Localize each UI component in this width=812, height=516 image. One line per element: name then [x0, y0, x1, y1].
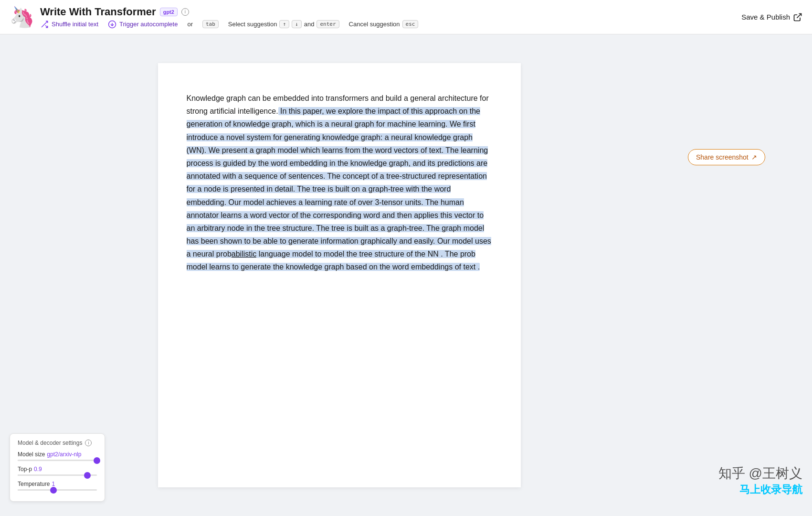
trigger-autocomplete-button[interactable]: Trigger autocomplete — [108, 20, 178, 29]
model-size-value: gpt2/arxiv-nlp — [47, 451, 81, 458]
settings-info-icon[interactable]: i — [85, 440, 92, 446]
external-link-icon: ↗ — [751, 153, 757, 161]
top-p-slider[interactable] — [18, 474, 97, 476]
shuffle-icon — [40, 20, 49, 29]
download-circle-icon — [108, 20, 116, 29]
enter-key: enter — [316, 20, 339, 28]
right-panel: Share screenshot ↗ — [678, 34, 812, 516]
header-right: Save & Publish — [741, 12, 802, 22]
cancel-suggestion-label: Cancel suggestion — [349, 21, 400, 28]
text-underline: abilistic — [232, 250, 256, 258]
cancel-suggestion-group: Cancel suggestion esc — [349, 20, 419, 28]
text-selected: In this paper, we explore the impact of … — [187, 107, 491, 258]
app-info-icon[interactable]: i — [181, 8, 189, 16]
top-p-label: Top-p 0.9 — [18, 466, 97, 473]
shuffle-label: Shuffle initial text — [52, 21, 98, 28]
or-text: or — [187, 21, 193, 28]
main-content: Knowledge graph can be embedded into tra… — [0, 34, 812, 516]
model-size-slider[interactable] — [18, 460, 97, 461]
title-block: Write With Transformer gpt2 i Shuffle in… — [40, 6, 418, 29]
select-suggestion-group: Select suggestion ↑ ↓ and enter — [228, 20, 339, 28]
temperature-slider[interactable] — [18, 489, 97, 491]
arrow-up-key: ↑ — [279, 20, 289, 28]
temperature-label: Temperature 1 — [18, 481, 97, 487]
settings-panel: Model & decoder settings i Model size gp… — [10, 433, 105, 502]
header-left: 🦄 Write With Transformer gpt2 i Shuffle … — [10, 6, 418, 29]
settings-title: Model & decoder settings — [18, 440, 82, 446]
top-p-value: 0.9 — [34, 466, 42, 473]
watermark-zh: 知乎 @王树义 — [718, 464, 802, 483]
header-actions: Shuffle initial text Trigger autocomplet… — [40, 20, 418, 29]
logo-unicorn: 🦄 — [10, 7, 34, 27]
svg-line-4 — [797, 13, 801, 18]
app-title: Write With Transformer — [40, 6, 156, 18]
shuffle-button[interactable]: Shuffle initial text — [40, 20, 98, 29]
watermark-link: 马上收录导航 — [718, 483, 802, 497]
arrow-down-key: ↓ — [292, 20, 302, 28]
watermark: 知乎 @王树义 马上收录导航 — [718, 464, 802, 497]
model-size-row: Model size gpt2/arxiv-nlp — [18, 451, 97, 461]
share-screenshot-button[interactable]: Share screenshot ↗ — [688, 149, 765, 165]
and-text: and — [304, 21, 315, 28]
top-p-row: Top-p 0.9 — [18, 466, 97, 476]
header: 🦄 Write With Transformer gpt2 i Shuffle … — [0, 0, 812, 34]
temperature-row: Temperature 1 — [18, 481, 97, 491]
share-screenshot-label: Share screenshot — [696, 153, 749, 161]
export-icon — [793, 12, 802, 22]
editor-paper[interactable]: Knowledge graph can be embedded into tra… — [158, 63, 521, 487]
title-row: Write With Transformer gpt2 i — [40, 6, 418, 18]
settings-title-row: Model & decoder settings i — [18, 440, 97, 446]
gpt2-badge: gpt2 — [160, 8, 178, 16]
tab-key: tab — [202, 20, 219, 28]
trigger-label: Trigger autocomplete — [119, 21, 178, 28]
save-publish-label: Save & Publish — [741, 13, 790, 21]
esc-key: esc — [402, 20, 419, 28]
save-publish-button[interactable]: Save & Publish — [741, 12, 802, 22]
editor-text[interactable]: Knowledge graph can be embedded into tra… — [187, 92, 492, 274]
model-size-label: Model size gpt2/arxiv-nlp — [18, 451, 97, 458]
select-suggestion-label: Select suggestion — [228, 21, 277, 28]
